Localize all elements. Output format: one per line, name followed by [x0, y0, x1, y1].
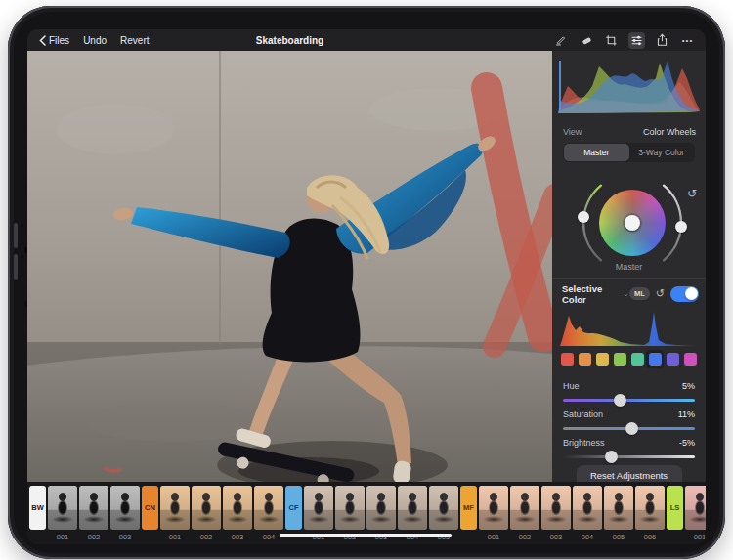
brightness-slider-knob[interactable]: [605, 451, 618, 463]
preset-thumb-cf-005[interactable]: [429, 486, 458, 530]
selective-color-toggle[interactable]: [670, 286, 699, 302]
preset-thumb-label: 002: [88, 533, 101, 541]
preset-thumb-label: 002: [200, 533, 213, 541]
view-label: View: [563, 127, 582, 137]
crop-icon[interactable]: [603, 32, 620, 49]
color-swatch-6[interactable]: [664, 350, 681, 368]
preset-group-tag-ls[interactable]: LS: [667, 486, 683, 530]
preset-thumb-label: 001: [169, 533, 182, 541]
repair-eraser-icon[interactable]: [578, 32, 594, 49]
color-wheel-area: [552, 164, 706, 266]
undo-button[interactable]: Undo: [83, 35, 107, 46]
preset-thumb-mf-005[interactable]: [604, 486, 633, 530]
color-swatch-5[interactable]: [646, 350, 664, 368]
preset-filmstrip: BW001002003CN001002003004CF0010020030040…: [27, 482, 706, 544]
segment-master[interactable]: Master: [564, 144, 629, 161]
preset-thumb-ls-001[interactable]: [685, 486, 706, 530]
preset-thumb-cf-001[interactable]: [304, 486, 333, 530]
panel-divider: [552, 278, 706, 279]
brightness-label: Brightness: [563, 438, 605, 448]
selective-color-header: Selective Color ⌄ ML ↺: [562, 285, 699, 302]
right-arc-handle[interactable]: [675, 221, 687, 233]
filmstrip-scrollbar[interactable]: [280, 534, 452, 537]
color-swatch-7[interactable]: [681, 350, 699, 368]
saturation-slider-track[interactable]: [563, 427, 695, 430]
chevron-down-icon[interactable]: ⌄: [623, 289, 629, 298]
wheel-caption: Master: [552, 262, 706, 272]
color-swatch-1[interactable]: [577, 350, 594, 368]
selective-color-title: Selective Color: [562, 283, 620, 305]
adjustments-panel: View Color Wheels Master3-Way Color: [552, 51, 706, 482]
preset-thumb-bw-003[interactable]: [110, 486, 140, 530]
preset-thumb-cf-004[interactable]: [398, 486, 427, 530]
preset-thumb-mf-001[interactable]: [479, 486, 508, 530]
photo-canvas[interactable]: [27, 51, 552, 482]
preset-thumb-label: 001: [57, 533, 69, 541]
saturation-label: Saturation: [563, 409, 603, 419]
volume-up-button: [14, 223, 18, 248]
rgb-histogram: [558, 57, 700, 113]
preset-group-tag-cf[interactable]: CF: [285, 486, 302, 530]
wheel-reset-icon[interactable]: ↺: [687, 188, 697, 199]
view-selector[interactable]: View Color Wheels: [563, 125, 696, 138]
preset-thumb-cn-004[interactable]: [254, 486, 283, 530]
selective-reset-icon[interactable]: ↺: [656, 288, 665, 299]
brightness-value: -5%: [679, 438, 695, 448]
preset-group-tag-cn[interactable]: CN: [142, 486, 158, 530]
preset-thumb-label: 003: [550, 533, 563, 541]
preset-thumb-mf-006[interactable]: [635, 486, 665, 530]
more-icon[interactable]: •••: [679, 32, 696, 49]
color-swatch-4[interactable]: [629, 350, 647, 368]
app-screen: Skateboarding Files Undo Revert: [27, 29, 706, 544]
preset-thumb-cn-003[interactable]: [223, 486, 252, 530]
preset-thumb-mf-004[interactable]: [573, 486, 602, 530]
preset-thumb-label: 006: [644, 533, 657, 541]
revert-button[interactable]: Revert: [120, 35, 149, 46]
pen-icon[interactable]: [552, 32, 569, 49]
preset-group-tag-bw[interactable]: BW: [29, 486, 46, 530]
wheel-center-knob[interactable]: [625, 215, 640, 231]
hue-slider-knob[interactable]: [614, 394, 626, 407]
preset-thumb-cf-002[interactable]: [335, 486, 365, 530]
preset-thumb-cf-003[interactable]: [366, 486, 396, 530]
view-value[interactable]: Color Wheels: [643, 127, 696, 137]
preset-thumb-mf-002[interactable]: [510, 486, 539, 530]
color-swatch-0[interactable]: [559, 350, 577, 368]
preset-thumb-bw-001[interactable]: [48, 486, 77, 530]
selective-sliders: Hue5%Saturation11%Brightness-5%: [563, 373, 695, 460]
top-toolbar: Skateboarding Files Undo Revert: [27, 29, 706, 51]
back-to-files-button[interactable]: Files: [39, 35, 69, 46]
preset-thumb-label: 002: [519, 533, 532, 541]
color-swatch-2[interactable]: [594, 350, 612, 368]
preset-thumb-label: 004: [582, 533, 594, 541]
back-chevron-icon: [39, 35, 46, 46]
preset-thumb-label: 005: [613, 533, 625, 541]
selective-color-histogram: [560, 307, 698, 346]
hue-label: Hue: [563, 381, 580, 391]
saturation-slider-knob[interactable]: [625, 422, 638, 435]
master-color-wheel[interactable]: [599, 190, 666, 256]
brightness-slider-track[interactable]: [563, 455, 695, 458]
preset-group-tag-mf[interactable]: MF: [460, 486, 477, 530]
preset-thumb-label: 004: [263, 533, 276, 541]
ml-badge[interactable]: ML: [629, 287, 650, 300]
preset-thumb-bw-002[interactable]: [79, 486, 108, 530]
preset-thumb-label: 003: [232, 533, 244, 541]
skateboarder-photo: [27, 51, 552, 482]
preset-thumb-label: 001: [488, 533, 500, 541]
selective-color-swatches: [559, 350, 699, 368]
segment-3-way-color[interactable]: 3-Way Color: [629, 144, 695, 161]
share-icon[interactable]: [654, 32, 670, 49]
volume-down-button: [14, 254, 18, 280]
preset-thumb-mf-003[interactable]: [541, 486, 571, 530]
hue-value: 5%: [682, 381, 695, 391]
preset-thumb-cn-002[interactable]: [192, 486, 221, 530]
adjustments-icon[interactable]: [628, 32, 645, 49]
saturation-value: 11%: [678, 409, 695, 419]
hue-slider-track[interactable]: [563, 399, 695, 402]
preset-thumb-label: 003: [119, 533, 132, 541]
preset-thumb-cn-001[interactable]: [160, 486, 190, 530]
left-arc-handle[interactable]: [578, 211, 589, 223]
wheel-mode-segmented-control: Master3-Way Color: [563, 143, 695, 162]
color-swatch-3[interactable]: [612, 350, 629, 368]
